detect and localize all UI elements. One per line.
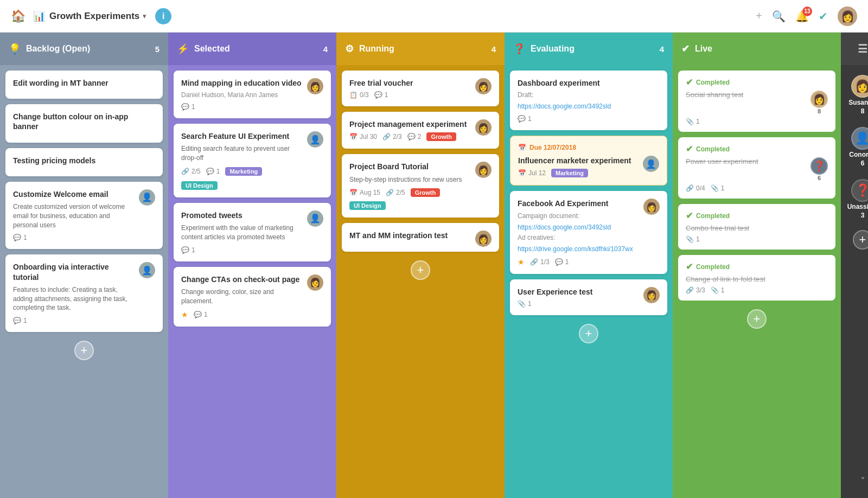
card-title: Project Board Tutorial [349, 162, 472, 171]
collapse-button[interactable]: ˅ [860, 475, 865, 493]
draft-label: Draft: [518, 91, 660, 99]
card-title: MT and MM integration test [349, 231, 472, 240]
card-avatar: 👩 [475, 78, 492, 94]
task-count: 📋 0/3 [349, 91, 369, 99]
card-mt-mm[interactable]: 👩 MT and MM integration test [342, 223, 499, 251]
card-facebook-ad[interactable]: 👩 Facebook Ad Experiment Campaign docume… [510, 191, 667, 273]
card-title: Facebook Ad Experiment [518, 199, 640, 208]
column-header-live: ✔ Live [673, 33, 841, 65]
card-title: Change button colour on in-app banner [13, 112, 155, 131]
card-customize-email[interactable]: 👤 Customize Welcome email Create customi… [5, 182, 163, 250]
panel-user-susan[interactable]: 👩 Susan K. 8 [848, 71, 868, 119]
backlog-title: Backlog (Open) [26, 44, 155, 54]
panel-user-unassigned[interactable]: ❓ Unassig... 3 [847, 175, 868, 224]
card-meta: 💬 1 [181, 246, 304, 254]
user-count: 8 [818, 108, 821, 114]
notifications-button[interactable]: 🔔 13 [795, 10, 809, 23]
due-label: 📅 Due 12/07/2018 [518, 144, 659, 151]
comment-count: 💬 1 [518, 115, 532, 123]
card-mind-mapping[interactable]: 👩 Mind mapping in education video Daniel… [174, 71, 331, 118]
top-nav: 🏠 📊 Growth Experiments ▾ i + 🔍 🔔 13 ✔ 👩 [0, 0, 868, 33]
card-dashboard[interactable]: Dashboard experiment Draft: https://docs… [510, 71, 667, 130]
column-header-evaluating: ❓ Evaluating 4 [505, 33, 673, 65]
card-pm-experiment[interactable]: 👩 Project management experiment 📅 Jul 30… [342, 112, 499, 149]
card-title: User Experience test [518, 287, 640, 297]
card-free-trial[interactable]: 👩 Free trial voucher 📋 0/3 💬 1 [342, 71, 499, 106]
backlog-body: Edit wording in MT banner Change button … [0, 65, 168, 498]
live-icon: ✔ [681, 43, 690, 55]
ad-link[interactable]: https://drive.google.com/ksdfhki/1037wx [518, 245, 633, 253]
card-meta: 📎 1 [686, 235, 828, 243]
card-avatar: 👩 [307, 274, 323, 291]
card-title: Power user experiment [686, 157, 758, 165]
card-title: Change CTAs on check-out page [181, 274, 304, 284]
card-project-board[interactable]: 👩 Project Board Tutorial Step-by-step in… [342, 154, 499, 218]
card-search-feature[interactable]: 👤 Search Feature UI Experiment Editing s… [174, 124, 331, 197]
column-header-selected: ⚡ Selected 4 [168, 33, 336, 65]
campaign-link[interactable]: https://docs.google.com/3492sld [518, 224, 611, 231]
card-social-sharing[interactable]: ✔ Completed Social sharing test 👩 8 📎 1 [678, 71, 835, 132]
dashboard-link[interactable]: https://docs.google.com/3492sld [518, 103, 611, 110]
column-live: ✔ Live ✔ Completed Social sharing test 👩… [673, 33, 841, 498]
card-avatar: 👩 [307, 78, 323, 94]
card-meta: ★ 💬 1 [181, 310, 304, 319]
card-change-ctas[interactable]: 👩 Change CTAs on check-out page Change w… [174, 267, 331, 327]
info-button[interactable]: i [155, 8, 171, 24]
user-name: Conor L. [849, 151, 868, 158]
card-promoted-tweets[interactable]: 👤 Promoted tweets Experiment with the va… [174, 203, 331, 261]
card-power-user[interactable]: ✔ Completed Power user experiment ❓ 6 🔗 … [678, 137, 835, 199]
card-edit-wording[interactable]: Edit wording in MT banner [5, 71, 163, 99]
home-icon[interactable]: 🏠 [11, 9, 25, 23]
column-evaluating: ❓ Evaluating 4 Dashboard experiment Draf… [505, 33, 673, 498]
card-title: Testing pricing models [13, 156, 155, 165]
card-influencer[interactable]: 📅 Due 12/07/2018 👤 Influencer marketer e… [510, 136, 667, 186]
attachment-count: 📎 1 [711, 286, 725, 294]
evaluating-count: 4 [660, 44, 664, 54]
check-icon: ✔ [686, 210, 693, 221]
user-count: 3 [861, 212, 865, 219]
card-link-fold[interactable]: ✔ Completed Change of link to fold test … [678, 255, 835, 301]
card-avatar: 👤 [139, 189, 155, 206]
add-user-button[interactable]: + [853, 230, 868, 250]
title-dropdown-icon[interactable]: ▾ [143, 12, 146, 20]
card-testing-pricing[interactable]: Testing pricing models [5, 148, 163, 176]
card-combo-free-trial[interactable]: ✔ Completed Combo free trial test 📎 1 [678, 204, 835, 250]
card-title: Edit wording in MT banner [13, 78, 155, 88]
panel-user-conor[interactable]: 👤 Conor L. 6 [849, 123, 868, 171]
add-card-backlog[interactable]: + [74, 341, 94, 360]
completed-badge: ✔ Completed [686, 144, 828, 154]
add-card-running[interactable]: + [411, 260, 430, 280]
avatar-conor: 👤 [851, 127, 868, 150]
running-title: Running [359, 44, 492, 54]
user-avatar[interactable]: 👩 [838, 7, 857, 26]
check-button[interactable]: ✔ [819, 10, 828, 23]
board-container: 💡 Backlog (Open) 5 Edit wording in MT ba… [0, 33, 868, 498]
comment-count: 💬 1 [374, 91, 388, 99]
completed-badge: ✔ Completed [686, 77, 828, 87]
card-button-colour[interactable]: Change button colour on in-app banner [5, 104, 163, 142]
add-button[interactable]: + [756, 10, 762, 22]
card-avatar: 👤 [307, 131, 323, 148]
ad-label: Ad creatives: [518, 234, 640, 241]
grid-icon[interactable]: ☰ [858, 42, 867, 55]
selected-count: 4 [323, 44, 328, 54]
card-desc: Features to include: Creating a task, ad… [13, 285, 136, 312]
search-button[interactable]: 🔍 [772, 10, 786, 23]
backlog-count: 5 [155, 44, 159, 54]
add-card-evaluating[interactable]: + [579, 324, 598, 343]
tag-growth: Growth [426, 132, 456, 141]
star-icon: ★ [518, 258, 525, 266]
card-onboarding[interactable]: 👤 Onboarding via interactive tutorial Fe… [5, 254, 163, 332]
card-avatar: ❓ [810, 157, 828, 175]
card-meta: 📅 Aug 15 🔗 2/5 Growth [349, 188, 472, 197]
card-avatar: 👩 [475, 119, 492, 136]
column-selected: ⚡ Selected 4 👩 Mind mapping in education… [168, 33, 336, 498]
star-icon: ★ [181, 310, 188, 319]
card-ux-test[interactable]: 👩 User Experience test 📎 1 [510, 279, 667, 315]
card-title: Promoted tweets [181, 210, 304, 220]
add-card-live[interactable]: + [747, 309, 767, 329]
completed-badge: ✔ Completed [686, 261, 828, 272]
subtask-count: 🔗 2/5 [386, 189, 405, 196]
card-desc: Change wording, color, size and placemen… [181, 288, 304, 306]
selected-icon: ⚡ [177, 43, 189, 55]
